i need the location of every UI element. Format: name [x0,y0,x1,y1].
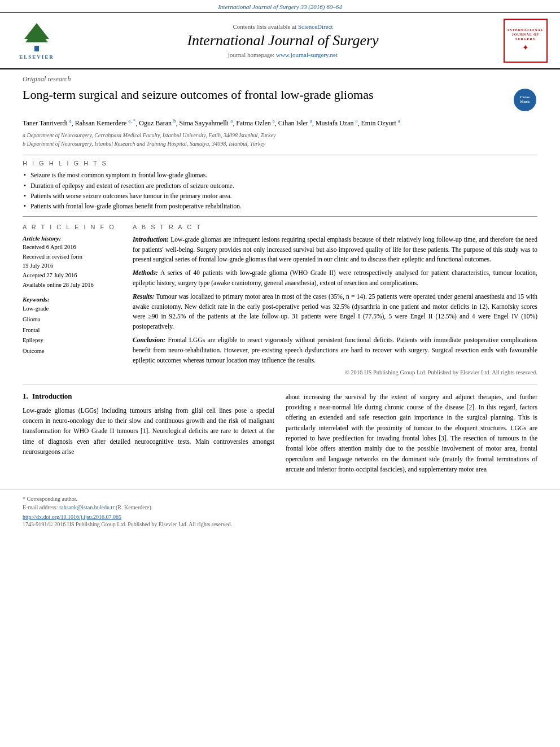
keyword-item: Glioma [23,314,121,325]
keyword-item: Epilepsy [23,335,121,346]
abstract-text: Introduction: Low-grade gliomas are infr… [133,235,537,366]
page-footer: * Corresponding author. E-mail address: … [0,490,560,532]
keyword-item: Outcome [23,346,121,357]
affiliation-a: a Department of Neurosurgery, Cerrahpasa… [23,131,537,139]
journal-main-title: International Journal of Surgery [62,32,504,49]
highlights-title: H I G H L I G H T S [23,160,537,167]
highlight-item: Duration of epilepsy and extent of resec… [23,181,537,191]
revised-date: 19 July 2016 [23,261,121,271]
copyright-line: © 2016 IJS Publishing Group Ltd. Publish… [133,369,537,375]
section-divider [23,385,537,385]
highlights-list: Seizure is the most common symptom in fr… [23,170,537,212]
abstract-introduction: Introduction: Low-grade gliomas are infr… [133,235,537,265]
keyword-item: Frontal [23,325,121,336]
abstract-results: Results: Tumour was localized to primary… [133,292,537,332]
corresponding-author-note: * Corresponding author. [23,495,537,503]
accepted-date: Accepted 27 July 2016 [23,271,121,281]
article-title-row: Long-term surgical and seizure outcomes … [23,87,537,112]
keyword-item: Low-grade [23,304,121,314]
abstract-methods: Methods: A series of 40 patients with lo… [133,268,537,289]
page-container: International Journal of Surgery 33 (201… [0,0,560,747]
highlights-section: H I G H L I G H T S Seizure is the most … [23,155,537,217]
elsevier-tree-icon [20,22,54,53]
contents-line: Contents lists available at ScienceDirec… [62,23,504,30]
received-date: Received 6 April 2016 [23,243,121,252]
article-title: Long-term surgical and seizure outcomes … [23,87,506,103]
affiliations: a Department of Neurosurgery, Cerrahpasa… [23,131,537,148]
authors-line: Taner Tanriverdi a, Rahsan Kemerdere a, … [23,117,537,129]
svg-rect-0 [34,46,39,51]
abstract-column: A B S T R A C T Introduction: Low-grade … [133,224,537,375]
article-info-title: A R T I C L E I N F O [23,224,121,230]
highlight-item: Seizure is the most common symptom in fr… [23,170,537,180]
surgery-journal-logo: INTERNATIONAL JOURNAL OF SURGERY ✦ [504,19,548,63]
svg-rect-3 [31,39,34,41]
author-email-link[interactable]: rahsank@istan.buledu.tr [59,504,115,510]
intro-right-para: about increasing the survival by the ext… [286,392,537,475]
article-content: Original research Long-term surgical and… [0,69,560,485]
journal-title-area: Contents lists available at ScienceDirec… [62,23,504,58]
revised-label: Received in revised form [23,252,121,262]
email-note: E-mail address: rahsank@istan.buledu.tr … [23,503,537,512]
abstract-conclusion: Conclusion: Frontal LGGs are eligible to… [133,335,537,365]
sciencedirect-link[interactable]: ScienceDirect [298,23,333,30]
affiliation-b: b Department of Neurosurgery, Istanbul R… [23,139,537,148]
journal-citation-bar: International Journal of Surgery 33 (201… [0,0,560,13]
journal-homepage: journal homepage: www.journal-surgery.ne… [62,51,504,58]
svg-rect-4 [40,39,42,41]
issn-line: 1743-9191/© 2016 IJS Publishing Group Lt… [23,521,537,527]
intro-left-para: Low-grade gliomas (LGGs) including tumou… [23,405,274,457]
intro-left-col: 1. Introduction Low-grade gliomas (LGGs)… [23,392,274,479]
journal-homepage-link[interactable]: www.journal-surgery.net [276,51,338,58]
highlight-item: Patients with worse seizure outcomes hav… [23,191,537,201]
two-col-section: A R T I C L E I N F O Article history: R… [23,224,537,375]
doi-anchor[interactable]: http://dx.doi.org/10.1016/j.ijsu.2016.07… [23,514,121,520]
article-info-column: A R T I C L E I N F O Article history: R… [23,224,121,375]
introduction-section: 1. Introduction Low-grade gliomas (LGGs)… [23,392,537,479]
doi-link: http://dx.doi.org/10.1016/j.ijsu.2016.07… [23,514,537,520]
journal-header: ELSEVIER Contents lists available at Sci… [0,13,560,69]
crossmark-badge: CrossMark [512,87,537,112]
article-history-label: Article history: [23,235,121,242]
crossmark-icon: CrossMark [514,89,536,111]
journal-logo-right: INTERNATIONAL JOURNAL OF SURGERY ✦ [504,19,549,63]
highlight-item: Patients with frontal low-grade gliomas … [23,201,537,211]
article-dates: Received 6 April 2016 Received in revise… [23,243,121,290]
elsevier-label: ELSEVIER [19,54,54,60]
article-type: Original research [23,75,537,84]
journal-citation-text: International Journal of Surgery 33 (201… [218,3,342,10]
abstract-title: A B S T R A C T [133,224,537,230]
intro-heading: 1. Introduction [23,392,274,401]
elsevier-logo: ELSEVIER [11,22,62,60]
intro-right-col: about increasing the survival by the ext… [286,392,537,479]
keywords-label: Keywords: [23,296,121,303]
keywords-list: Low-grade Glioma Frontal Epilepsy Outcom… [23,304,121,357]
online-date: Available online 28 July 2016 [23,281,121,290]
keywords-section: Keywords: Low-grade Glioma Frontal Epile… [23,296,121,357]
